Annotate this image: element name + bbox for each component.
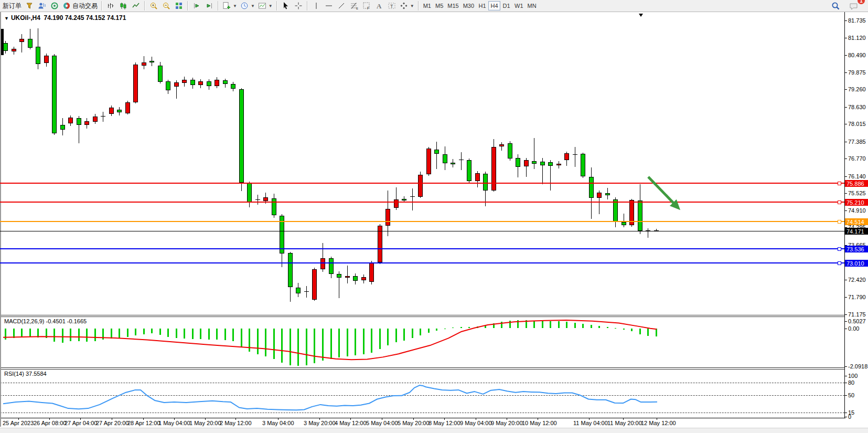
macd-histogram-bar bbox=[387, 329, 389, 346]
macd-histogram-bar bbox=[403, 329, 405, 341]
macd-histogram-bar bbox=[29, 329, 31, 336]
macd-histogram-bar bbox=[444, 329, 446, 329]
candle bbox=[60, 125, 65, 130]
macd-histogram-bar bbox=[420, 329, 421, 336]
macd-pane-separator[interactable] bbox=[0, 315, 844, 317]
macd-histogram-bar bbox=[53, 329, 55, 342]
rsi-tick-label: 100 bbox=[848, 373, 858, 379]
candle bbox=[36, 47, 40, 64]
candle bbox=[459, 160, 464, 160]
candle-wick bbox=[501, 142, 502, 151]
candle bbox=[44, 56, 49, 63]
candle bbox=[142, 62, 146, 66]
time-tick bbox=[235, 418, 236, 420]
price-tick-label: 81.735 bbox=[848, 17, 866, 24]
macd-histogram-bar bbox=[273, 329, 275, 359]
line-endpoint-marker[interactable] bbox=[838, 182, 841, 185]
time-label: 27 Apr 04:00 bbox=[65, 420, 97, 426]
time-label: 12 May 12:00 bbox=[641, 420, 676, 426]
macd-histogram-bar bbox=[249, 329, 250, 352]
macd-histogram-bar bbox=[468, 327, 470, 328]
trend-arrow-annotation[interactable] bbox=[648, 177, 678, 208]
time-tick bbox=[476, 418, 476, 420]
rsi-pane-separator[interactable] bbox=[0, 367, 844, 369]
data-end-marker-icon bbox=[639, 14, 643, 17]
candle bbox=[508, 143, 512, 159]
horizontal-line-74.171[interactable] bbox=[0, 231, 844, 231]
chart-area[interactable]: ▼UKOil-,H4 74.190 74.245 74.152 74.171 8… bbox=[0, 12, 868, 433]
macd-histogram-bar bbox=[509, 321, 511, 328]
line-endpoint-marker[interactable] bbox=[838, 200, 841, 204]
price-tick-label: 80.490 bbox=[848, 52, 866, 58]
candle bbox=[516, 158, 520, 167]
horizontal-line-73.536[interactable] bbox=[0, 248, 844, 249]
rsi-line bbox=[3, 385, 657, 410]
candle bbox=[247, 183, 252, 202]
candle bbox=[28, 39, 33, 48]
macd-histogram-bar bbox=[151, 329, 153, 334]
candle bbox=[402, 199, 406, 200]
macd-histogram-bar bbox=[623, 329, 625, 330]
macd-histogram-bar bbox=[647, 329, 649, 336]
macd-histogram-bar bbox=[656, 329, 657, 336]
macd-histogram-bar bbox=[460, 327, 462, 329]
candle bbox=[174, 82, 179, 87]
macd-histogram-bar bbox=[452, 328, 454, 328]
time-label: 1 May 04:00 bbox=[158, 420, 190, 426]
time-tick bbox=[49, 418, 50, 420]
price-tick-label: 78.630 bbox=[848, 104, 866, 110]
time-tick bbox=[589, 418, 590, 420]
candle bbox=[101, 116, 105, 117]
candle bbox=[573, 154, 577, 155]
candle bbox=[597, 193, 602, 198]
horizontal-line-73.010[interactable] bbox=[0, 262, 844, 263]
macd-histogram-bar bbox=[192, 329, 194, 340]
candle bbox=[296, 288, 301, 293]
window-left-border bbox=[0, 12, 1, 427]
rsi-label: RSI(14) 37.5584 bbox=[4, 371, 47, 377]
macd-histogram-bar bbox=[526, 320, 527, 328]
macd-histogram-bar bbox=[631, 329, 633, 331]
rsi-tick-label: 80 bbox=[848, 379, 854, 386]
line-endpoint-marker[interactable] bbox=[838, 220, 841, 224]
candle bbox=[215, 80, 219, 86]
candle bbox=[304, 291, 309, 292]
horizontal-line-74.514[interactable] bbox=[0, 221, 844, 222]
line-endpoint-marker[interactable] bbox=[838, 247, 841, 251]
macd-histogram-bar bbox=[102, 329, 104, 340]
time-tick bbox=[538, 418, 538, 420]
macd-histogram-bar bbox=[5, 329, 6, 340]
time-tick bbox=[18, 418, 19, 420]
price-tick-label: 81.120 bbox=[848, 35, 866, 41]
horizontal-line-75.210[interactable] bbox=[0, 202, 844, 203]
candle bbox=[320, 258, 325, 269]
candle-wick bbox=[412, 188, 413, 210]
candle bbox=[207, 81, 211, 86]
macd-histogram-bar bbox=[78, 329, 80, 342]
price-tick-label: 71.175 bbox=[848, 311, 866, 318]
macd-histogram-bar bbox=[501, 322, 502, 328]
time-label: 5 May 20:00 bbox=[398, 420, 430, 426]
candle bbox=[158, 66, 163, 82]
line-endpoint-marker[interactable] bbox=[838, 261, 841, 265]
macd-histogram-bar bbox=[62, 329, 63, 343]
macd-histogram-bar bbox=[208, 329, 210, 340]
candle bbox=[499, 144, 504, 146]
time-tick bbox=[382, 418, 382, 420]
horizontal-line-75.886[interactable] bbox=[0, 183, 844, 184]
macd-tick-label: 0.00 bbox=[848, 325, 859, 332]
candle bbox=[12, 49, 16, 51]
candle bbox=[84, 121, 89, 125]
candle bbox=[329, 258, 334, 274]
candle bbox=[589, 177, 594, 198]
price-tag-75.210: 75.210 bbox=[845, 199, 868, 206]
time-label: 3 May 04:00 bbox=[262, 420, 294, 426]
macd-histogram-bar bbox=[135, 329, 136, 336]
time-label: 5 May 04:00 bbox=[366, 420, 398, 426]
macd-histogram-bar bbox=[184, 329, 185, 339]
time-label: 9 May 04:00 bbox=[460, 420, 492, 426]
candle bbox=[385, 209, 390, 226]
time-tick bbox=[112, 418, 112, 420]
time-tick bbox=[80, 418, 81, 420]
price-tick-label: 76.770 bbox=[848, 155, 866, 162]
